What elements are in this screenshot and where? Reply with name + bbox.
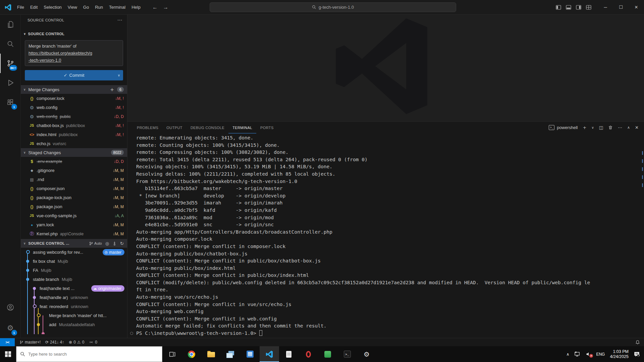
terminal-output[interactable]: remote: Enumerating objects: 3415, done.… xyxy=(127,133,644,337)
section-header-staged-changes[interactable]: ∨Staged Changes8022 xyxy=(21,148,127,157)
file-row[interactable]: {}composer.lock↓M, ! xyxy=(21,94,127,103)
language-indicator[interactable]: ENG xyxy=(596,352,605,357)
toggle-sidebar-icon[interactable] xyxy=(555,4,561,10)
file-row[interactable]: ◆.gitignore↓M, M xyxy=(21,166,127,175)
nav-back-icon[interactable]: ← xyxy=(152,4,158,10)
fetch-icon[interactable] xyxy=(112,241,117,246)
maximize-panel-icon[interactable]: ∧ xyxy=(627,125,630,130)
opera-icon[interactable] xyxy=(299,346,318,362)
blue-app-icon[interactable] xyxy=(240,346,260,362)
menu-view[interactable]: View xyxy=(65,0,80,14)
source-control-graph-header[interactable]: ∨ SOURCE CONTROL ... Auto ◎ ↻ xyxy=(21,239,127,248)
remote-indicator[interactable]: >< xyxy=(0,338,15,346)
menu-run[interactable]: Run xyxy=(92,0,106,14)
tray-expand-icon[interactable]: ∧ xyxy=(567,352,570,357)
toggle-panel-icon[interactable] xyxy=(566,4,572,10)
kill-terminal-icon[interactable] xyxy=(608,125,613,130)
extensions-icon[interactable]: 1 xyxy=(0,93,21,112)
panel-tab-terminal[interactable]: TERMINAL xyxy=(228,122,256,133)
file-row[interactable]: JSvue-config-sample.js↓A, A xyxy=(21,211,127,220)
volume-muted-icon[interactable]: ✕ xyxy=(586,352,591,357)
network-icon[interactable] xyxy=(574,352,581,357)
file-row[interactable]: $.env.example↓D, D xyxy=(21,157,127,166)
taskbar-search-input[interactable] xyxy=(28,352,158,357)
vscode-taskbar-icon[interactable] xyxy=(260,346,279,362)
terminal-app-icon[interactable]: >_ xyxy=(337,346,357,362)
problems-status-item[interactable]: ⊗ 0 ⚠ 0 xyxy=(69,340,84,345)
green-app-icon[interactable] xyxy=(318,346,337,362)
action-center-icon[interactable] xyxy=(634,351,640,357)
close-panel-icon[interactable]: ✕ xyxy=(635,125,639,130)
commit-row[interactable]: feat: reorederdunknown xyxy=(21,302,127,311)
settings-gear-icon[interactable]: ⚙ 1 xyxy=(0,318,21,338)
commit-row[interactable]: FAMujib xyxy=(21,266,127,275)
taskbar-clock[interactable]: 1:03 PM 4/24/2025 xyxy=(610,349,629,359)
accounts-icon[interactable] xyxy=(0,298,21,317)
file-row[interactable]: {}composer.json↓M, M xyxy=(21,184,127,193)
commit-row[interactable]: feat(handle text ...☁origin/master xyxy=(21,284,127,293)
run-debug-icon[interactable] xyxy=(0,73,21,93)
toggle-secondary-sidebar-icon[interactable] xyxy=(576,4,582,10)
notifications-bell-icon[interactable] xyxy=(635,340,640,345)
source-control-section-header[interactable]: ∨ SOURCE CONTROL xyxy=(21,30,127,38)
window-stack-icon[interactable] xyxy=(221,346,240,362)
commit-row[interactable]: fix box chatMujib xyxy=(21,257,127,266)
menu-selection[interactable]: Selection xyxy=(41,0,64,14)
branch-status-item[interactable]: master+! xyxy=(19,340,41,345)
menu-help[interactable]: Help xyxy=(128,0,144,14)
chrome-icon[interactable] xyxy=(182,346,201,362)
settings-app-icon[interactable]: ⚙ xyxy=(357,346,376,362)
panel-tab-problems[interactable]: PROBLEMS xyxy=(133,122,162,133)
branch-auto-icon[interactable]: Auto xyxy=(89,241,102,246)
new-terminal-icon[interactable]: + xyxy=(583,125,587,130)
explorer-icon[interactable] xyxy=(0,15,21,34)
nav-forward-icon[interactable]: → xyxy=(163,4,168,10)
branch-ref-pill[interactable]: ☁origin/master xyxy=(91,285,124,292)
window-minimize-button[interactable]: ─ xyxy=(598,0,613,14)
file-row[interactable]: ⓟKernel.phpapp\Console↓M, M xyxy=(21,229,127,238)
file-row[interactable]: ▤.rnd↓M, M xyxy=(21,175,127,184)
commit-button[interactable]: ✓ Commit ∨ xyxy=(25,70,123,80)
commit-row[interactable]: addMustafaabdelfatah xyxy=(21,320,127,329)
commit-row[interactable]: Merge branch 'master' of htt... xyxy=(21,311,127,320)
file-row[interactable]: <>index.htmlpublic\box↓M, ! xyxy=(21,130,127,139)
target-icon[interactable]: ◎ xyxy=(105,241,109,246)
commit-row[interactable]: assing webconfig for rev...◎master xyxy=(21,248,127,257)
terminal-shell-item[interactable]: >_ powershell xyxy=(549,125,578,130)
sync-status-item[interactable]: ⟳ 241↓ 4↑ xyxy=(45,340,64,345)
file-row[interactable]: {}package.json↓M, M xyxy=(21,202,127,211)
window-maximize-button[interactable]: ☐ xyxy=(613,0,629,14)
panel-more-icon[interactable]: ⋯ xyxy=(618,125,622,130)
window-close-button[interactable]: ✕ xyxy=(629,0,644,14)
commit-dropdown-icon[interactable]: ∨ xyxy=(118,73,120,77)
section-header-merge-changes[interactable]: ∨Merge Changes+6 xyxy=(21,85,127,94)
add-icon[interactable]: + xyxy=(110,87,114,92)
file-row[interactable]: JSchatbot-box.jspublic\box↓M, ! xyxy=(21,121,127,130)
ports-status-item[interactable]: 0 xyxy=(89,340,97,345)
panel-tab-debug-console[interactable]: DEBUG CONSOLE xyxy=(186,122,228,133)
split-terminal-icon[interactable]: ◫ xyxy=(599,125,603,130)
file-row[interactable]: JSecho.jsvue\src xyxy=(21,139,127,148)
terminal-dropdown-icon[interactable]: ∨ xyxy=(591,126,594,129)
commit-row[interactable]: stable branchMujib xyxy=(21,275,127,284)
commit-row[interactable]: feat(handle ar)unknown xyxy=(21,293,127,302)
more-actions-icon[interactable]: ⋯ xyxy=(117,17,122,23)
file-row[interactable]: ⚙web.configpublic↓D, D xyxy=(21,112,127,121)
task-view-button[interactable] xyxy=(162,346,182,362)
menu-terminal[interactable]: Terminal xyxy=(106,0,128,14)
source-control-icon[interactable]: 8K+ xyxy=(0,54,21,73)
search-icon[interactable] xyxy=(0,34,21,54)
file-row[interactable]: ●yarn.lock↓M, M xyxy=(21,220,127,229)
taskbar-search-box[interactable] xyxy=(16,346,162,362)
file-row[interactable]: ⚙web.config↓M, ! xyxy=(21,103,127,112)
panel-tab-output[interactable]: OUTPUT xyxy=(162,122,186,133)
menu-go[interactable]: Go xyxy=(80,0,92,14)
commit-message-input[interactable]: Merge branch 'master' ofhttps://bitbucke… xyxy=(25,40,123,66)
start-button[interactable] xyxy=(0,346,16,362)
command-center-search[interactable]: g-tech-version-1.0 xyxy=(210,2,456,12)
menu-file[interactable]: File xyxy=(14,0,27,14)
menu-edit[interactable]: Edit xyxy=(27,0,41,14)
commit-row[interactable] xyxy=(21,329,127,334)
customize-layout-icon[interactable] xyxy=(586,4,592,10)
branch-ref-pill[interactable]: ◎master xyxy=(103,249,124,255)
